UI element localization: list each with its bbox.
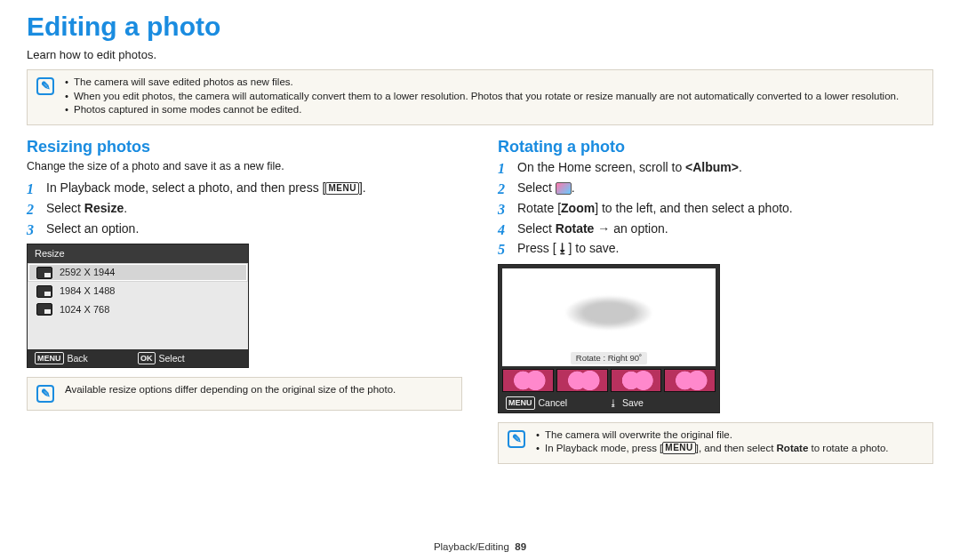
- step-text-bold: Resize: [84, 201, 124, 215]
- pencil-icon: ✎: [508, 430, 525, 448]
- save-label: Save: [622, 396, 644, 409]
- rotate-step: Select Rotate → an option.: [498, 220, 933, 237]
- resize-step: Select Resize.: [27, 200, 462, 217]
- step-text-bold: <Album>: [685, 160, 739, 174]
- pencil-icon: ✎: [36, 77, 54, 95]
- rotate-note-item: In Playback mode, press [MENU], and then…: [536, 442, 889, 456]
- rotate-thumb[interactable]: [611, 369, 662, 392]
- dialog-select-button[interactable]: OK Select: [138, 352, 241, 364]
- edit-tool-icon: [556, 182, 572, 195]
- note-text: In Playback mode, press [: [545, 443, 662, 453]
- rotate-save-button[interactable]: ⭳ Save: [609, 396, 712, 409]
- step-text: In Playback mode, select a photo, and th…: [46, 180, 325, 195]
- step-text: Select: [517, 180, 556, 195]
- rotate-thumb[interactable]: [556, 369, 608, 392]
- resize-step: In Playback mode, select a photo, and th…: [27, 180, 462, 196]
- step-text: → an option.: [594, 221, 668, 236]
- step-text: .: [572, 180, 575, 195]
- save-icon: ⭳: [609, 396, 619, 409]
- page-footer: Playback/Editing 89: [0, 540, 960, 555]
- step-text: ].: [359, 180, 366, 195]
- cancel-label: Cancel: [539, 396, 568, 409]
- rotate-thumb[interactable]: [664, 369, 716, 392]
- note-text-bold: Rotate: [777, 443, 809, 453]
- size-icon: [36, 303, 52, 316]
- resize-option-label: 1024 X 768: [60, 303, 109, 316]
- top-note-item: When you edit photos, the camera will au…: [65, 90, 899, 104]
- top-notebox: ✎ The camera will save edited photos as …: [27, 69, 933, 125]
- page-title: Editing a photo: [27, 9, 933, 45]
- column-rotating: Rotating a photo On the Home screen, scr…: [498, 136, 933, 475]
- dialog-back-button[interactable]: MENU Back: [35, 352, 138, 364]
- rotate-notebox: ✎ The camera will overwrite the original…: [498, 422, 933, 464]
- step-text: ] to the left, and then select a photo.: [595, 201, 793, 215]
- size-icon: [36, 285, 52, 298]
- menu-token-icon: MENU: [35, 352, 64, 364]
- pencil-icon: ✎: [36, 385, 54, 403]
- step-text: .: [124, 201, 127, 215]
- resize-dialog-title: Resize: [28, 244, 248, 263]
- footer-section: Playback/Editing: [434, 541, 509, 552]
- resize-notebox: ✎ Available resize options differ depend…: [27, 377, 462, 411]
- rotate-caption: Rotate : Right 90˚: [571, 352, 647, 365]
- size-icon: [36, 267, 52, 279]
- step-text: .: [739, 160, 742, 174]
- resize-option-label: 1984 X 1488: [60, 284, 115, 298]
- step-text-bold: Rotate: [556, 221, 595, 236]
- resize-note-text: Available resize options differ dependin…: [65, 383, 396, 397]
- rotate-thumb-strip: [499, 366, 719, 394]
- step-text-bold: Zoom: [561, 201, 595, 215]
- rotate-cancel-button[interactable]: MENU Cancel: [506, 396, 609, 409]
- top-note-item: The camera will save edited photos as ne…: [65, 76, 899, 90]
- footer-page-number: 89: [515, 541, 526, 552]
- resize-step: Select an option.: [27, 220, 462, 237]
- column-resizing: Resizing photos Change the size of a pho…: [27, 136, 462, 475]
- resize-dialog: Resize 2592 X 1944 1984 X 1488 1024 X 76…: [27, 244, 249, 368]
- section-heading-rotating: Rotating a photo: [498, 136, 933, 157]
- resize-option[interactable]: 2592 X 1944: [28, 263, 248, 282]
- rotate-note-item: The camera will overwrite the original f…: [536, 428, 889, 443]
- resize-option[interactable]: 1024 X 768: [28, 300, 248, 319]
- rotate-ghost-image: [564, 295, 653, 331]
- back-label: Back: [68, 352, 88, 364]
- menu-token-icon: MENU: [662, 442, 695, 454]
- rotate-step: Press [⭳] to save.: [498, 240, 933, 257]
- step-text: ] to save.: [569, 241, 620, 255]
- resize-option[interactable]: 1984 X 1488: [28, 282, 248, 300]
- menu-token-icon: MENU: [506, 396, 535, 409]
- rotate-step: On the Home screen, scroll to <Album>.: [498, 159, 933, 176]
- rotate-canvas: Rotate : Right 90˚: [502, 268, 716, 366]
- menu-token-icon: MENU: [325, 182, 358, 195]
- note-text: ], and then select: [696, 443, 777, 453]
- top-note-item: Photos captured in some modes cannot be …: [65, 103, 899, 117]
- section-sub-resizing: Change the size of a photo and save it a…: [27, 159, 462, 174]
- rotate-preview: Rotate : Right 90˚ MENU Cancel ⭳ Save: [498, 264, 720, 412]
- resize-option-label: 2592 X 1944: [60, 266, 115, 279]
- page-subtitle: Learn how to edit photos.: [27, 47, 933, 63]
- rotate-thumb[interactable]: [502, 369, 554, 392]
- step-text: Select: [46, 201, 84, 215]
- select-label: Select: [159, 352, 185, 364]
- ok-token-icon: OK: [138, 352, 156, 364]
- note-text: to rotate a photo.: [808, 443, 888, 453]
- rotate-step: Rotate [Zoom] to the left, and then sele…: [498, 200, 933, 217]
- section-heading-resizing: Resizing photos: [27, 136, 462, 157]
- step-text: Select: [517, 221, 556, 236]
- step-text: On the Home screen, scroll to: [517, 160, 685, 174]
- step-text: Press [: [517, 241, 556, 255]
- rotate-step: Select .: [498, 180, 933, 196]
- save-icon: ⭳: [556, 241, 569, 255]
- step-text: Rotate [: [517, 201, 561, 215]
